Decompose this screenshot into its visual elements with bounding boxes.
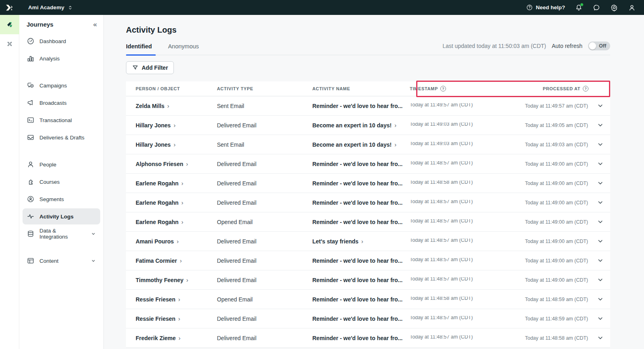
topbar-actions: Need help? <box>526 4 644 12</box>
sidebar-item-transactional[interactable]: Transactional <box>23 112 100 128</box>
activity-name-link[interactable]: Reminder - we'd love to hear fro... › <box>312 103 402 109</box>
activity-name-link[interactable]: Become an expert in 10 days! › <box>312 141 396 148</box>
processed-at-cell: Today at 11:49:57 am (CDT) <box>525 103 588 109</box>
processed-at-help-icon[interactable]: ? <box>583 86 588 91</box>
activity-name-link[interactable]: Reminder - we'd love to hear fro... › <box>312 258 402 264</box>
sidebar-item-broadcasts[interactable]: Broadcasts <box>23 95 100 111</box>
person-link[interactable]: Ressie Friesen › <box>136 316 180 322</box>
activity-name-link[interactable]: Reminder - we'd love to hear fro... › <box>312 296 402 303</box>
need-help-button[interactable]: Need help? <box>526 4 565 11</box>
sidebar-item-content[interactable]: Content <box>23 253 100 269</box>
person-link[interactable]: Earlene Rogahn › <box>136 180 184 187</box>
expand-row-button[interactable] <box>597 218 604 225</box>
notification-dot <box>580 3 584 6</box>
activity-name-link[interactable]: Reminder - we'd love to hear fro... › <box>312 219 402 225</box>
person-link[interactable]: Earlene Rogahn › <box>136 199 184 206</box>
sidebar-item-courses[interactable]: Courses <box>23 174 100 190</box>
database-icon <box>27 230 35 238</box>
add-filter-button[interactable]: Add Filter <box>126 61 174 74</box>
activity-type: Delivered Email <box>217 161 256 167</box>
expand-row-button[interactable] <box>597 276 604 283</box>
sidebar-item-deliveries-drafts[interactable]: Deliveries & Drafts <box>23 129 100 145</box>
auto-refresh-toggle[interactable]: Off <box>588 42 610 50</box>
parcel-x-icon <box>6 40 14 48</box>
settings-button[interactable] <box>610 4 618 12</box>
sidebar-item-segments[interactable]: Segments <box>23 191 100 207</box>
sidebar-item-dashboard[interactable]: Dashboard <box>23 33 100 49</box>
activity-name-link[interactable]: Reminder - we'd love to hear fro... › <box>312 277 402 283</box>
expand-row-button[interactable] <box>597 238 604 245</box>
layout-icon <box>27 257 35 265</box>
person-link[interactable]: Ressie Friesen › <box>136 296 180 303</box>
processed-at-cell: Today at 11:49:00 am (CDT) <box>525 277 588 283</box>
activity-name-link[interactable]: Reminder - we'd love to hear fro... › <box>312 180 402 187</box>
chevron-down-icon <box>91 231 96 237</box>
expand-row-button[interactable] <box>597 199 604 206</box>
sidebar-collapse-button[interactable]: « <box>93 21 97 28</box>
account-button[interactable] <box>628 4 636 12</box>
timestamp-cell: Today at 11:48:57 am (CDT) <box>410 161 473 166</box>
tab-anonymous[interactable]: Anonymous <box>168 43 203 55</box>
person-link[interactable]: Frederik Zieme › <box>136 335 181 341</box>
customerio-logo[interactable] <box>0 4 19 12</box>
sidebar-item-analysis[interactable]: Analysis <box>23 50 100 66</box>
tab-identified[interactable]: Identified <box>126 43 156 55</box>
activity-name-link[interactable]: Reminder - we'd love to hear fro... › <box>312 316 402 322</box>
expand-row-button[interactable] <box>597 160 604 167</box>
person-link[interactable]: Hillary Jones › <box>136 122 175 129</box>
activity-name: Reminder - we'd love to hear fro... <box>312 219 402 225</box>
sidebar-item-campaigns[interactable]: Campaigns <box>23 77 100 93</box>
expand-row-button[interactable] <box>597 315 604 322</box>
sidebar: Journeys « Dashboard Analysis Campaigns <box>19 15 104 349</box>
activity-name-link[interactable]: Become an expert in 10 days! › <box>312 122 396 129</box>
timestamp-cell: Today at 11:48:58 am (CDT) <box>410 297 473 301</box>
chevron-down-icon <box>597 238 604 245</box>
activity-name-link[interactable]: Reminder - we'd love to hear fro... › <box>312 199 402 206</box>
timestamp-help-icon[interactable]: ? <box>440 86 446 91</box>
person-name: Ressie Friesen <box>136 316 175 322</box>
person-link[interactable]: Fatima Cormier › <box>136 258 182 264</box>
sidebar-item-label: Courses <box>39 179 60 185</box>
sidebar-item-activity-logs[interactable]: Activity Logs <box>23 208 100 224</box>
notifications-button[interactable] <box>575 4 583 12</box>
processed-at-cell: Today at 11:49:05 am (CDT) <box>525 123 588 128</box>
person-link[interactable]: Hillary Jones › <box>136 141 175 148</box>
person-link[interactable]: Timmothy Feeney › <box>136 277 188 283</box>
activity-name: Reminder - we'd love to hear fro... <box>312 103 402 109</box>
sidebar-item-data-integrations[interactable]: Data & Integrations <box>23 226 100 242</box>
activity-name-link[interactable]: Let's stay friends › <box>312 238 363 245</box>
activity-name-link[interactable]: Reminder - we'd love to hear fro... › <box>312 335 402 341</box>
activity-name-link[interactable]: Reminder - we'd love to hear fro... › <box>312 161 402 167</box>
person-link[interactable]: Amani Pouros › <box>136 238 179 245</box>
activity-name: Become an expert in 10 days! <box>312 141 392 148</box>
expand-row-button[interactable] <box>597 257 604 264</box>
help-circle-icon <box>526 4 533 11</box>
workspace-name: Ami Academy <box>28 4 64 10</box>
expand-row-button[interactable] <box>597 122 604 129</box>
person-name: Hillary Jones <box>136 122 171 129</box>
activity-type: Delivered Email <box>217 316 256 322</box>
person-link[interactable]: Zelda Mills › <box>136 103 169 109</box>
person-link[interactable]: Alphonso Friesen › <box>136 161 188 167</box>
chevron-right-icon: › <box>179 335 181 341</box>
messages-button[interactable] <box>592 4 601 12</box>
workspace-selector[interactable]: Ami Academy <box>28 4 73 10</box>
sidebar-item-people[interactable]: People <box>23 156 100 172</box>
rail-item-journeys[interactable] <box>0 15 19 34</box>
person-link[interactable]: Earlene Rogahn › <box>136 219 184 225</box>
expand-row-button[interactable] <box>597 296 604 303</box>
chevron-right-icon: › <box>178 316 180 322</box>
puzzle-icon <box>27 178 35 186</box>
chevron-down-icon <box>597 141 604 148</box>
rail-item-parcel[interactable] <box>0 34 19 54</box>
table-header-row: PERSON / OBJECT ACTIVITY TYPE ACTIVITY N… <box>126 81 610 96</box>
expand-row-button[interactable] <box>597 180 604 187</box>
column-header-activity-name: ACTIVITY NAME <box>312 86 410 91</box>
expand-row-button[interactable] <box>597 141 604 148</box>
activity-name: Become an expert in 10 days! <box>312 122 392 129</box>
table-row: Ressie Friesen › Opened Email Reminder -… <box>126 290 610 309</box>
activity-name: Let's stay friends <box>312 238 359 245</box>
activity-name: Reminder - we'd love to hear fro... <box>312 316 402 322</box>
expand-row-button[interactable] <box>597 102 604 109</box>
expand-row-button[interactable] <box>597 334 604 341</box>
